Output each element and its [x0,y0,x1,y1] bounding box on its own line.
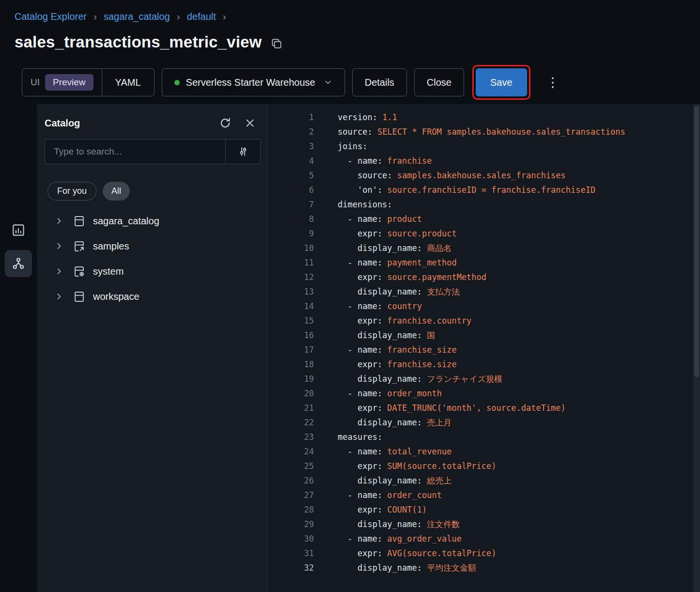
code-line[interactable]: 24 - name: total_revenue [268,444,693,459]
breadcrumb-separator: › [93,11,97,22]
code-line[interactable]: 13 display_name: 支払方法 [268,284,693,299]
ui-tab-label: UI [31,77,40,88]
code-text: version: 1.1 [314,112,397,122]
code-line[interactable]: 28 expr: COUNT(1) [268,502,693,517]
breadcrumb-link-catalog-explorer[interactable]: Catalog Explorer [15,11,87,22]
chevron-right-icon[interactable] [54,266,64,276]
warehouse-name: Serverless Starter Warehouse [186,77,315,88]
code-line[interactable]: 4 - name: franchise [268,154,693,168]
code-line[interactable]: 12 expr: source.paymentMethod [268,270,693,284]
line-number: 19 [268,374,314,384]
line-number: 10 [268,243,314,253]
code-line[interactable]: 32 display_name: 平均注文金額 [268,561,693,575]
code-line[interactable]: 20 - name: order_month [268,386,693,401]
code-line[interactable]: 8 - name: product [268,212,693,226]
code-line[interactable]: 1version: 1.1 [268,110,693,125]
code-line[interactable]: 5 source: samples.bakehouse.sales_franch… [268,168,693,183]
code-line[interactable]: 6 'on': source.franchiseID = franchise.f… [268,183,693,197]
catalog-nav-icon [11,256,26,271]
code-line[interactable]: 18 expr: franchise.size [268,357,693,372]
line-number: 9 [268,229,314,238]
code-text: - name: order_count [314,490,442,500]
breadcrumb-link-sagara-catalog[interactable]: sagara_catalog [104,11,170,22]
preview-pill[interactable]: Preview [45,74,93,91]
kebab-menu-icon[interactable]: ⋮ [541,76,565,89]
close-panel-icon[interactable] [244,117,256,129]
chevron-right-icon[interactable] [54,216,64,226]
tab-ui-preview[interactable]: UI Preview [22,69,102,96]
code-line[interactable]: 3joins: [268,139,693,154]
chevron-down-icon [324,78,332,87]
refresh-icon[interactable] [219,117,232,129]
code-line[interactable]: 16 display_name: 国 [268,328,693,343]
chevron-right-icon[interactable] [54,241,64,251]
tree-item-system[interactable]: system [37,259,267,284]
code-text: 'on': source.franchiseID = franchise.fra… [314,185,595,195]
code-line[interactable]: 10 display_name: 商品名 [268,241,693,255]
catalog-panel-tab[interactable] [5,250,32,277]
code-line[interactable]: 7dimensions: [268,197,693,212]
tree-item-sagara-catalog[interactable]: sagara_catalog [37,208,267,234]
code-line[interactable]: 19 display_name: フランチャイズ規模 [268,372,693,386]
catalog-system-icon [73,265,86,278]
pill-for-you[interactable]: For you [47,182,96,201]
chevron-right-icon[interactable] [54,292,64,301]
line-number: 2 [268,127,314,137]
code-line[interactable]: 25 expr: SUM(source.totalPrice) [268,459,693,473]
line-number: 20 [268,389,314,398]
code-text: display_name: 注文件数 [314,519,460,530]
save-button[interactable]: Save [476,68,527,96]
warehouse-selector[interactable]: Serverless Starter Warehouse [162,68,345,96]
close-button[interactable]: Close [414,68,464,96]
line-number: 7 [268,200,314,209]
code-text: display_name: 商品名 [314,243,451,254]
view-mode-toggle: UI Preview YAML [22,68,155,96]
code-text: expr: COUNT(1) [314,505,427,514]
code-line[interactable]: 15 expr: franchise.country [268,313,693,328]
code-line[interactable]: 29 display_name: 注文件数 [268,517,693,531]
code-line[interactable]: 14 - name: country [268,299,693,313]
breadcrumb-link-default[interactable]: default [187,11,216,22]
copy-icon[interactable] [270,37,283,50]
code-text: - name: avg_order_value [314,534,462,544]
left-icon-rail [0,104,37,592]
code-line[interactable]: 22 display_name: 売上月 [268,415,693,430]
line-number: 1 [268,112,314,122]
code-text: joins: [314,141,367,151]
code-text: - name: franchise_size [314,345,457,355]
metric-view-panel-icon[interactable] [11,223,26,237]
line-number: 32 [268,563,314,573]
tree-item-samples[interactable]: samples [37,234,267,259]
code-text: display_name: 総売上 [314,475,451,486]
code-line[interactable]: 23measures: [268,430,693,444]
breadcrumb-separator: › [177,11,180,22]
details-button[interactable]: Details [352,68,407,96]
tree-item-workspace[interactable]: workspace [37,284,267,309]
catalog-panel: Catalog [37,104,268,592]
tab-yaml[interactable]: YAML [102,69,154,96]
code-text: expr: source.product [314,229,457,238]
code-line[interactable]: 21 expr: DATE_TRUNC('month', source.date… [268,401,693,415]
line-number: 15 [268,316,314,326]
code-line[interactable]: 27 - name: order_count [268,488,693,502]
pill-all[interactable]: All [103,182,130,201]
search-input[interactable] [45,140,225,164]
page-title: sales_transactions_metric_view [15,33,262,51]
code-text: expr: SUM(source.totalPrice) [314,461,497,471]
line-number: 11 [268,258,314,267]
code-line[interactable]: 9 expr: source.product [268,226,693,241]
editor-scrollbar[interactable] [693,104,700,592]
code-line[interactable]: 17 - name: franchise_size [268,343,693,357]
code-line[interactable]: 11 - name: payment_method [268,255,693,270]
yaml-editor[interactable]: 1version: 1.12source: SELECT * FROM samp… [268,104,693,592]
code-line[interactable]: 30 - name: avg_order_value [268,531,693,546]
filter-button[interactable] [225,140,260,164]
code-line[interactable]: 26 display_name: 総売上 [268,473,693,488]
code-text: expr: franchise.size [314,359,457,369]
code-text: - name: total_revenue [314,447,451,456]
scrollbar-thumb[interactable] [694,106,699,377]
code-lines: 1version: 1.12source: SELECT * FROM samp… [268,110,693,575]
code-line[interactable]: 2source: SELECT * FROM samples.bakehouse… [268,125,693,139]
title-row: sales_transactions_metric_view [15,33,283,51]
code-line[interactable]: 31 expr: AVG(source.totalPrice) [268,546,693,561]
